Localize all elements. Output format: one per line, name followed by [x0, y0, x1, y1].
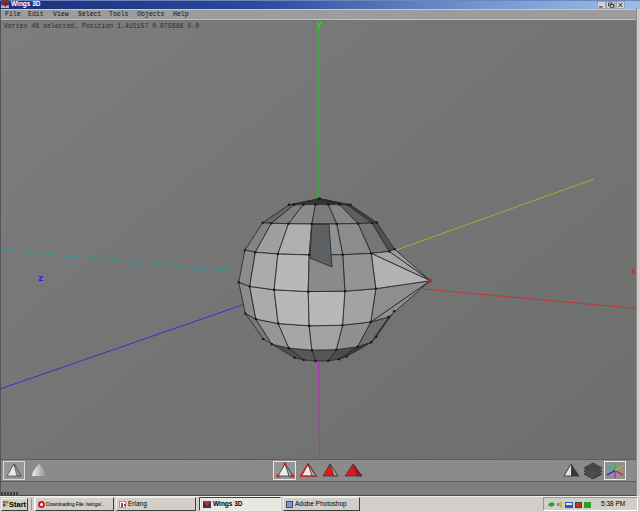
svg-text:y: y — [317, 21, 323, 30]
svg-text:z: z — [38, 274, 43, 284]
